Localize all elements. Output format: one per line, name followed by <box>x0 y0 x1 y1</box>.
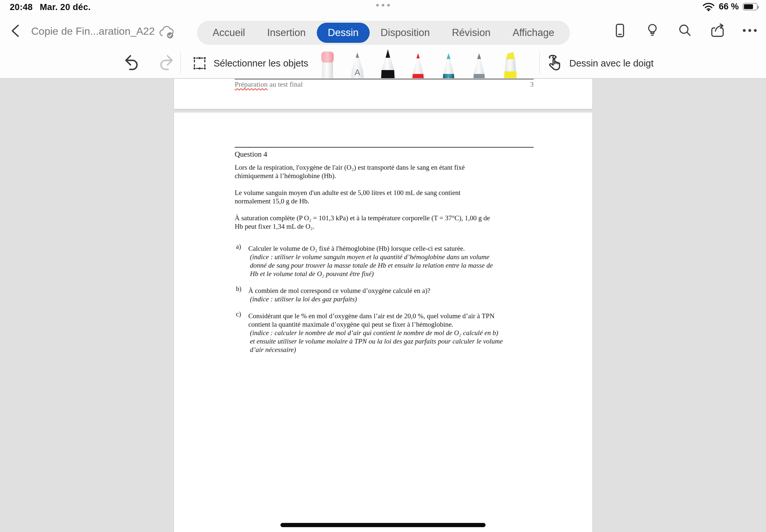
page-4[interactable]: Question 4 Lors de la respiration, l'oxy… <box>174 113 592 532</box>
draw-with-finger-button[interactable]: Dessin avec le doigt <box>548 48 654 79</box>
item-label: c) <box>236 310 241 318</box>
galaxy-teal-pen-tool[interactable] <box>441 52 457 79</box>
wifi-icon <box>702 2 715 11</box>
svg-text:A: A <box>354 67 360 77</box>
document-canvas[interactable]: Préparation au test final 3 Question 4 L… <box>0 79 766 532</box>
list-item-b: b) À combien de mol correspond ce volume… <box>235 286 540 303</box>
question-heading: Question 4 <box>235 150 540 159</box>
item-text: Calculer le volume de O₂ fixé à l'hémogl… <box>248 244 540 253</box>
back-button[interactable] <box>8 23 23 38</box>
toolbar-divider <box>540 52 540 74</box>
paragraph: Lors de la respiration, l'oxygène de l'a… <box>235 163 540 180</box>
tab-accueil[interactable]: Accueil <box>201 23 256 43</box>
item-label: b) <box>236 285 241 293</box>
search-icon[interactable] <box>677 23 693 38</box>
draw-with-finger-icon <box>548 54 564 72</box>
paragraph: À saturation complète (P O₂ = 101,3 kPa)… <box>235 214 540 231</box>
mobile-view-icon[interactable] <box>612 23 628 38</box>
status-clock: 20:48Mar. 20 déc. <box>10 2 91 12</box>
item-label: a) <box>236 243 241 250</box>
ribbon-bar: Copie de Fin...aration_A22 Accueil Inser… <box>0 14 766 48</box>
item-text: Considérant que le % en mol d’oxygène da… <box>248 312 540 329</box>
list-item-a: a) Calculer le volume de O₂ fixé à l'hém… <box>235 244 540 278</box>
page-footer: Préparation au test final 3 <box>235 80 534 89</box>
document-title[interactable]: Copie de Fin...aration_A22 <box>31 25 155 37</box>
pen-tray: A <box>316 48 531 79</box>
item-hint: (indice : calculer le nombre de mol d’ai… <box>250 329 540 354</box>
select-objects-marquee-icon <box>192 56 207 71</box>
page-3-footer-area: Préparation au test final 3 <box>174 79 592 109</box>
undo-button[interactable] <box>123 54 140 73</box>
yellow-highlighter-tool[interactable] <box>501 51 518 79</box>
battery-icon <box>743 3 758 10</box>
item-hint: (indice : utiliser la loi des gaz parfai… <box>250 295 540 303</box>
tab-insertion[interactable]: Insertion <box>256 23 317 43</box>
select-objects-label: Sélectionner les objets <box>213 58 308 69</box>
item-text: À combien de mol correspond ce volume d’… <box>248 286 540 295</box>
ribbon-tab-strip: Accueil Insertion Dessin Disposition Rév… <box>197 21 570 45</box>
home-indicator[interactable] <box>280 523 486 527</box>
tab-affichage[interactable]: Affichage <box>502 23 565 43</box>
draw-toolbar: Sélectionner les objets <box>0 48 766 79</box>
lettering-pen-a-tool[interactable]: A <box>349 52 366 79</box>
eraser-tool[interactable] <box>319 50 336 79</box>
misspelled-word: Préparation <box>235 80 267 88</box>
share-icon[interactable] <box>710 23 725 38</box>
black-marker-tool[interactable] <box>379 49 397 79</box>
tab-disposition[interactable]: Disposition <box>370 23 441 43</box>
multitasking-dots[interactable] <box>376 4 390 6</box>
footer-rule <box>235 79 534 79</box>
list-item-c: c) Considérant que le % en mol d’oxygène… <box>235 312 540 354</box>
toolbar-divider <box>180 52 181 74</box>
section-rule <box>235 147 534 148</box>
tab-dessin[interactable]: Dessin <box>317 23 370 43</box>
footer-title: Préparation au test final <box>235 80 303 89</box>
status-bar: 20:48Mar. 20 déc. 66 % <box>0 0 766 14</box>
redo-button[interactable] <box>158 54 175 73</box>
red-pen-tool[interactable] <box>410 52 426 79</box>
gray-pencil-tool[interactable] <box>471 52 487 79</box>
footer-page-number: 3 <box>530 80 534 89</box>
lightbulb-icon[interactable] <box>645 23 660 38</box>
tab-revision[interactable]: Révision <box>441 23 502 43</box>
select-objects-button[interactable]: Sélectionner les objets <box>192 48 308 79</box>
paragraph: Le volume sanguin moyen d'un adulte est … <box>235 188 540 205</box>
status-time: 20:48 <box>10 2 33 12</box>
cloud-synced-icon[interactable] <box>158 25 176 40</box>
ipad-word-app: 20:48Mar. 20 déc. 66 % Copie de Fin...ar… <box>0 0 766 532</box>
battery-percent: 66 % <box>719 2 739 12</box>
status-date: Mar. 20 déc. <box>40 2 91 12</box>
question-4-block: Question 4 Lors de la respiration, l'oxy… <box>235 147 540 354</box>
draw-with-finger-label: Dessin avec le doigt <box>569 58 654 69</box>
more-ellipsis-icon[interactable] <box>742 23 758 38</box>
item-hint: (indice : utiliser le volume sanguin moy… <box>250 253 540 278</box>
